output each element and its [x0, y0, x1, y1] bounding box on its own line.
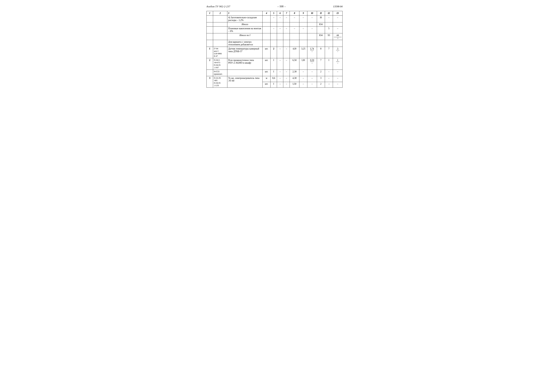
cell-note-col10: [307, 40, 317, 47]
col-header-11: II: [317, 11, 325, 16]
cell-row1-col5: –: [271, 16, 277, 22]
header-right: 13598-04: [333, 5, 342, 8]
col-header-3: 3: [227, 11, 263, 16]
cell-row1-col9: –: [299, 16, 307, 22]
cell-plan-col7: –: [283, 27, 290, 33]
cell-r3b-col10: –: [307, 82, 317, 88]
cell-r2-col1: 2: [207, 58, 213, 70]
cell-itogo2-col5: [271, 33, 277, 40]
cell-r1-col9: 3,25: [299, 47, 307, 58]
cell-row1-col12: –: [325, 16, 333, 22]
cell-row1-col8: –: [290, 16, 299, 22]
cell-r2-col7: –: [283, 58, 290, 70]
cell-r2s-col3: [227, 70, 263, 76]
cell-itogo1-col8: [290, 22, 299, 27]
cell-itogo1-col13: [333, 22, 342, 27]
cell-r3b-col9: –: [299, 82, 307, 88]
cell-plan-col1: [207, 27, 213, 33]
cell-r1-col12: 7: [325, 47, 333, 58]
cell-note-col4: [263, 40, 271, 47]
table-row-planovye: Плановые накопления на монтаж – 6% – – –…: [207, 27, 342, 33]
col-header-13: I3: [333, 11, 342, 16]
cell-r1-col2: I7-04доп.3п.0I-0966II-47: [213, 47, 227, 58]
col-header-12: I2: [325, 11, 333, 16]
cell-itogo2-col8: [290, 33, 299, 40]
cell-r2-col6: –: [277, 58, 283, 70]
cell-itogo1-col10: [307, 22, 317, 27]
cell-itogo2-col11: 834: [317, 33, 325, 40]
main-table: I 2 3 4 5 6 7 8 9 I0 II I2 I3 4) Заготов…: [207, 11, 342, 88]
cell-row1-col2: [213, 16, 227, 22]
cell-r2-col9: I,I0: [299, 58, 307, 70]
col-header-1: I: [207, 11, 213, 16]
cell-r3b-col7: –: [283, 82, 290, 88]
col-header-6: 6: [277, 11, 283, 16]
cell-itogo2-col3: Итого по I: [227, 33, 263, 40]
cell-plan-col13: –: [333, 27, 342, 33]
cell-r2s-col5: I: [271, 70, 277, 76]
table-row-3a: 3 I5-I4-29--005I5-04-П--2-25I То же, эле…: [207, 76, 342, 82]
cell-itogo1-col3: Итого: [227, 22, 263, 27]
cell-row1-col13: –: [333, 16, 342, 22]
cell-r1-col10: I,74–: [307, 47, 317, 58]
col-header-7: 7: [283, 11, 290, 16]
cell-r3a-col4: м: [263, 76, 271, 82]
cell-r2-col13: I–: [333, 58, 342, 70]
cell-r2s-col13: –: [333, 70, 342, 76]
cell-row1-col10: –: [307, 16, 317, 22]
cell-row1-col3: 4) Заготовительно-складские расходы – 1,…: [227, 16, 263, 22]
cell-plan-col8: –: [290, 27, 299, 33]
cell-note-col9: [299, 40, 307, 47]
cell-r3b-col8: I,50: [290, 82, 299, 88]
header-left: Альбом ТУ 902-2-237: [207, 5, 230, 8]
cell-r2-col5: I: [271, 58, 277, 70]
cell-r2-col11: 7: [317, 58, 325, 70]
cell-note-col12: [325, 40, 333, 47]
cell-r2s-col6: –: [277, 70, 283, 76]
cell-itogo2-col7: [283, 33, 290, 40]
cell-note-col1: [207, 40, 213, 47]
cell-row1-col11: I0: [317, 16, 325, 22]
table-row-1: I I7-04доп.3п.0I-0966II-47 Датчик темпер…: [207, 47, 342, 58]
cell-r1-col6: –: [277, 47, 283, 58]
cell-r2s-col12: –: [325, 70, 333, 76]
cell-r3-col1: 3: [207, 76, 213, 88]
col-header-10: I0: [307, 11, 317, 16]
cell-note-col7: [283, 40, 290, 47]
cell-r3b-col12: →: [325, 82, 333, 88]
cell-r3b-col11: 2: [317, 82, 325, 88]
cell-r1-col4: шт.: [263, 47, 271, 58]
cell-itogo1-col6: [277, 22, 283, 27]
cell-plan-col12: 5: [325, 27, 333, 33]
cell-r3a-col5: 0,6: [271, 76, 277, 82]
cell-itogo1-col4: [263, 22, 271, 27]
cell-r3a-col10: –: [307, 76, 317, 82]
cell-note-col2: [213, 40, 227, 47]
table-row: 4) Заготовительно-складские расходы – 1,…: [207, 16, 342, 22]
cell-itogo2-col12: 93: [325, 33, 333, 40]
cell-row1-col1: [207, 16, 213, 22]
cell-itogo2-col4: [263, 33, 271, 40]
cell-itogo2-col2: [213, 33, 227, 40]
cell-r2s-col4: шт.: [263, 70, 271, 76]
cell-r3a-col8: 4,30: [290, 76, 299, 82]
col-header-5: 5: [271, 11, 277, 16]
cell-row1-col6: –: [277, 16, 283, 22]
cell-r2s-col11: 2: [317, 70, 325, 76]
table-row-2: 2 I5-04-I--04-073I5-04-П--2-I67 Реле про…: [207, 58, 342, 70]
cell-itogo1-col9: [299, 22, 307, 27]
cell-r2-col8: 6,50: [290, 58, 299, 70]
cell-note-col8: [290, 40, 299, 47]
header-center: – I08 –: [277, 5, 286, 8]
cell-plan-col4: [263, 27, 271, 33]
cell-r3a-col11: 3: [317, 76, 325, 82]
cell-r1-col5: 2: [271, 47, 277, 58]
cell-plan-col10: –: [307, 27, 317, 33]
cell-r3b-col13: –: [333, 82, 342, 88]
cell-r1-col1: I: [207, 47, 213, 58]
col-header-9: 9: [299, 11, 307, 16]
cell-itogo2-col13: 44 I: [333, 33, 342, 40]
cell-note-col3: Для варианта с электро-отоплением добавл…: [227, 40, 263, 47]
cell-r3b-col4: шт.: [263, 82, 271, 88]
cell-r2-col3: Реле промежуточное типа РПУ-2-362003 в ш…: [227, 58, 263, 70]
